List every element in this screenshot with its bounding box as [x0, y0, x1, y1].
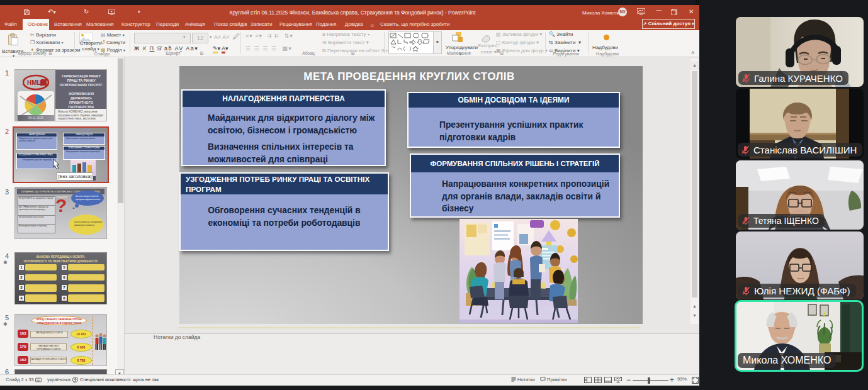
svg-text:умови для розвитку: умови для розвитку — [74, 224, 94, 226]
svg-text:НМЦ: НМЦ — [27, 79, 42, 86]
svg-text:програм задовольняють: програм задовольняють — [76, 198, 100, 201]
svg-text:освіта повинна створювати: освіта повинна створювати — [74, 221, 102, 223]
svg-text:Чи всіх випуск освітніх: Чи всіх випуск освітніх — [76, 195, 99, 198]
